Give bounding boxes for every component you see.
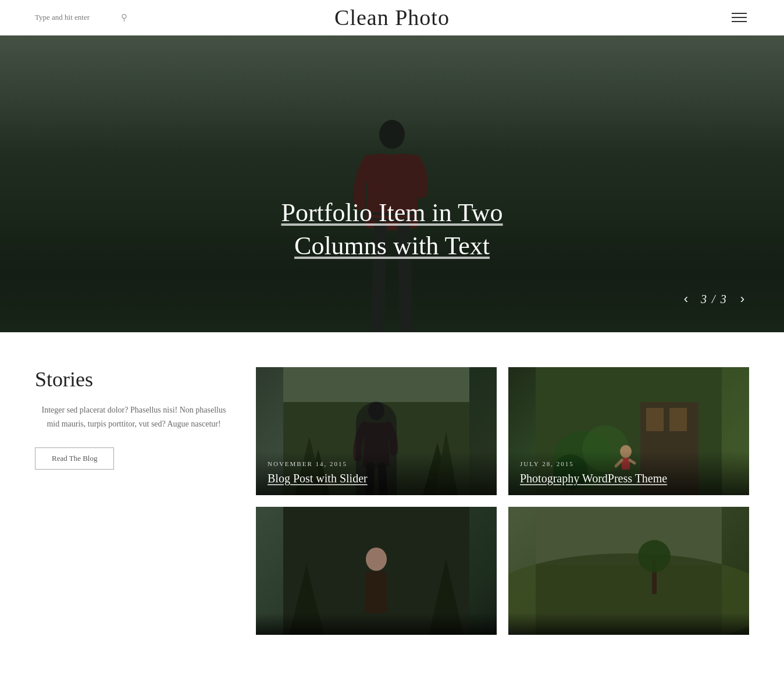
- card-2-date: July 28, 2015: [520, 460, 737, 467]
- search-icon[interactable]: ⚲: [121, 12, 127, 23]
- hamburger-line-3: [732, 21, 747, 22]
- card-2-title: Photography WordPress Theme: [520, 471, 737, 486]
- svg-rect-7: [283, 367, 469, 402]
- hero-overlay: [0, 35, 784, 332]
- card-1-date: November 14, 2015: [268, 460, 485, 467]
- hero-text: Portfolio Item in Two Columns with Text: [0, 196, 784, 262]
- cards-grid: November 14, 2015 Blog Post with Slider: [256, 367, 749, 635]
- hamburger-button[interactable]: [729, 10, 749, 24]
- hamburger-line-1: [732, 13, 747, 14]
- hero-counter: 3 / 3: [701, 293, 728, 306]
- svg-point-6: [368, 401, 384, 420]
- card-1[interactable]: November 14, 2015 Blog Post with Slider: [256, 367, 497, 495]
- site-title: Clean Photo: [334, 5, 450, 30]
- card-2[interactable]: July 28, 2015 Photography WordPress Them…: [508, 367, 749, 495]
- card-4[interactable]: [508, 507, 749, 635]
- card-1-title: Blog Post with Slider: [268, 471, 485, 486]
- search-container: ⚲: [35, 12, 127, 23]
- card-1-info: November 14, 2015 Blog Post with Slider: [256, 451, 497, 495]
- hamburger-line-2: [732, 17, 747, 18]
- content-section: Stories Integer sed placerat dolor? Phas…: [0, 332, 784, 658]
- card-3-info: [256, 613, 497, 635]
- stories-panel: Stories Integer sed placerat dolor? Phas…: [35, 367, 233, 635]
- header: ⚲ Clean Photo: [0, 0, 784, 35]
- card-4-info: [508, 613, 749, 635]
- stories-body: Integer sed placerat dolor? Phasellus ni…: [35, 403, 233, 431]
- search-input[interactable]: [35, 13, 116, 22]
- read-blog-button[interactable]: Read The Blog: [35, 447, 114, 470]
- hero-next-button[interactable]: ›: [736, 290, 749, 308]
- hero-title: Portfolio Item in Two Columns with Text: [0, 196, 784, 262]
- card-3[interactable]: [256, 507, 497, 635]
- stories-heading: Stories: [35, 367, 233, 392]
- hero-prev-button[interactable]: ‹: [679, 290, 693, 308]
- hero-navigation: ‹ 3 / 3 ›: [679, 290, 749, 308]
- card-2-info: July 28, 2015 Photography WordPress Them…: [508, 451, 749, 495]
- hero-slider: Portfolio Item in Two Columns with Text …: [0, 35, 784, 332]
